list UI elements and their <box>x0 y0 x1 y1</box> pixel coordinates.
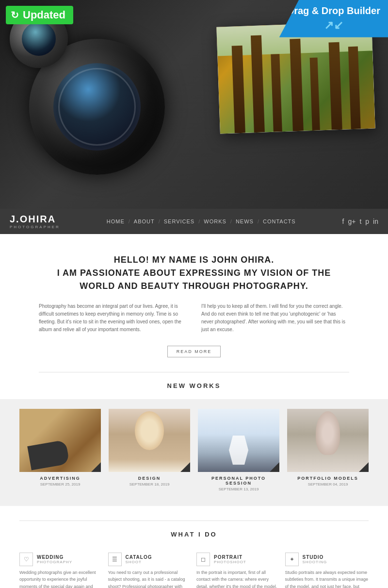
service-name-group-studio: STUDIO SHOOTING <box>303 554 327 564</box>
lens-small-inner <box>22 22 56 56</box>
lens-inner <box>53 63 141 151</box>
about-title-line3: WORLD AND BEAUTY THROUGH PHOTOGRAPHY. <box>39 280 349 293</box>
service-desc-wedding: Wedding photographs give an excellent op… <box>19 569 103 588</box>
shoe-visual <box>27 439 69 470</box>
updated-label: Updated <box>23 9 65 21</box>
service-sub-portrait: PHOTOSHOOT <box>214 560 246 564</box>
work-label-photosession: PERSONAL PHOTO SESSION <box>198 476 279 486</box>
social-twitter[interactable]: t <box>359 218 361 225</box>
hero-section: ↻ Updated Drag & Drop Builder ↗↙ <box>0 0 388 209</box>
work-thumb-advertising <box>19 409 101 472</box>
work-thumb-cycling <box>198 409 279 472</box>
works-section: ADVERTISING SEPTEMBER 25, 2019 DESIGN SE… <box>0 399 388 506</box>
service-icon-studio: ✦ <box>285 553 299 566</box>
lens-ring <box>58 68 136 146</box>
social-googleplus[interactable]: g+ <box>348 218 356 225</box>
social-linkedin[interactable]: in <box>373 218 378 225</box>
what-section: WHAT I DO ♡ WEDDING PHOTOGRAPHY Wedding … <box>0 506 388 588</box>
works-grid: ADVERTISING SEPTEMBER 25, 2019 DESIGN SE… <box>19 409 369 491</box>
service-name-wedding: WEDDING <box>37 554 72 560</box>
work-thumb-models <box>287 409 369 472</box>
service-icon-row-portrait: ◻ PORTRAIT PHOTOSHOOT <box>196 553 280 566</box>
wedding-icon: ♡ <box>24 556 29 563</box>
service-name-group-portrait: PORTRAIT PHOTOSHOOT <box>214 554 246 564</box>
service-sub-wedding: PHOTOGRAPHY <box>37 560 72 564</box>
read-more-button[interactable]: READ MORE <box>167 346 221 357</box>
what-i-do-title: WHAT I DO <box>19 521 369 548</box>
work-label-design: DESIGN <box>109 476 190 481</box>
tree-7 <box>348 46 361 129</box>
brand-name: J.OHIRA <box>10 214 56 224</box>
work-item-photosession[interactable]: PERSONAL PHOTO SESSION SEPTEMBER 13, 201… <box>198 409 279 491</box>
portrait-oval <box>135 411 164 450</box>
social-pinterest[interactable]: p <box>365 218 369 225</box>
service-portrait: ◻ PORTRAIT PHOTOSHOOT In the portrait is… <box>196 553 280 588</box>
service-name-portrait: PORTRAIT <box>214 554 246 560</box>
brand-sub: PHOTOGRAPHER <box>10 225 60 229</box>
service-wedding: ♡ WEDDING PHOTOGRAPHY Wedding photograph… <box>19 553 103 588</box>
work-corner-3 <box>270 462 279 472</box>
about-title: HELLO! MY NAME IS JOHN OHIRA. I AM PASSI… <box>39 253 349 293</box>
updated-badge: ↻ Updated <box>6 6 73 24</box>
work-thumb-design <box>109 409 190 472</box>
nav-news[interactable]: NEWS <box>232 218 258 224</box>
social-icons: f g+ t p in <box>342 218 378 225</box>
work-item-advertising[interactable]: ADVERTISING SEPTEMBER 25, 2019 <box>19 409 101 491</box>
service-name-group-wedding: WEDDING PHOTOGRAPHY <box>37 554 72 564</box>
cyclist-shape <box>229 436 248 465</box>
dnd-line1: Drag & Drop <box>287 5 344 16</box>
arrow-icon: ↗↙ <box>287 18 380 33</box>
about-title-line2: I AM PASSIONATE ABOUT EXPRESSING MY VISI… <box>39 267 349 280</box>
service-name-group-catalog: CATALOG SHOOT <box>126 554 152 564</box>
studio-icon: ✦ <box>290 556 294 563</box>
service-desc-portrait: In the portrait is important, first of a… <box>196 569 280 588</box>
tree-6 <box>329 42 342 130</box>
service-sub-catalog: SHOOT <box>126 560 152 564</box>
photo-card <box>216 21 375 134</box>
about-title-line1: HELLO! MY NAME IS JOHN OHIRA. <box>39 253 349 267</box>
work-date-models: SEPTEMBER 04, 2019 <box>287 482 369 487</box>
service-desc-studio: Studio portraits are always expected som… <box>285 569 369 588</box>
service-icon-row-wedding: ♡ WEDDING PHOTOGRAPHY <box>19 553 103 566</box>
service-icon-wedding: ♡ <box>19 553 33 566</box>
service-icon-row-studio: ✦ STUDIO SHOOTING <box>285 553 369 566</box>
lens-group <box>0 0 209 209</box>
work-date-advertising: SEPTEMBER 25, 2019 <box>19 482 101 487</box>
catalog-icon: ☰ <box>112 556 117 563</box>
dnd-line2: Builder <box>347 5 380 16</box>
service-desc-catalog: You need to carry out a professional sub… <box>108 569 192 588</box>
brand: J.OHIRA PHOTOGRAPHER <box>10 214 60 229</box>
about-section: HELLO! MY NAME IS JOHN OHIRA. I AM PASSI… <box>0 234 388 372</box>
new-works-title: NEW WORKS <box>0 372 388 399</box>
nav-works[interactable]: WORKS <box>200 218 230 224</box>
nav-about[interactable]: ABOUT <box>130 218 159 224</box>
nav-links: HOME / ABOUT / SERVICES / WORKS / NEWS /… <box>103 218 300 224</box>
service-sub-studio: SHOOTING <box>303 560 327 564</box>
work-label-models: PORTFOLIO MODELS <box>287 476 369 481</box>
service-icon-catalog: ☰ <box>108 553 122 566</box>
nav-contacts[interactable]: CONTACTS <box>259 218 300 224</box>
service-name-studio: STUDIO <box>303 554 327 560</box>
service-name-catalog: CATALOG <box>126 554 152 560</box>
work-item-design[interactable]: DESIGN SEPTEMBER 18, 2019 <box>109 409 190 491</box>
work-item-models[interactable]: PORTFOLIO MODELS SEPTEMBER 04, 2019 <box>287 409 369 491</box>
sync-icon: ↻ <box>11 9 19 21</box>
work-label-advertising: ADVERTISING <box>19 476 101 481</box>
tree-3 <box>271 54 282 132</box>
about-col-1: Photography has become an integral part … <box>39 302 187 334</box>
work-date-photosession: SEPTEMBER 13, 2019 <box>198 487 279 491</box>
model-oval <box>316 411 340 455</box>
nav-services[interactable]: SERVICES <box>160 218 198 224</box>
work-corner-2 <box>180 462 190 472</box>
service-icon-portrait: ◻ <box>196 553 210 566</box>
service-icon-row-catalog: ☰ CATALOG SHOOT <box>108 553 192 566</box>
nav-home[interactable]: HOME <box>103 218 129 224</box>
work-corner-1 <box>91 462 101 472</box>
tree-1 <box>232 46 245 134</box>
social-facebook[interactable]: f <box>342 218 344 225</box>
about-col-2: I'll help you to keep all of them. I wil… <box>201 302 349 334</box>
work-date-design: SEPTEMBER 18, 2019 <box>109 482 190 487</box>
service-catalog: ☰ CATALOG SHOOT You need to carry out a … <box>108 553 192 588</box>
tree-5 <box>310 57 320 130</box>
portrait-icon: ◻ <box>201 556 206 563</box>
